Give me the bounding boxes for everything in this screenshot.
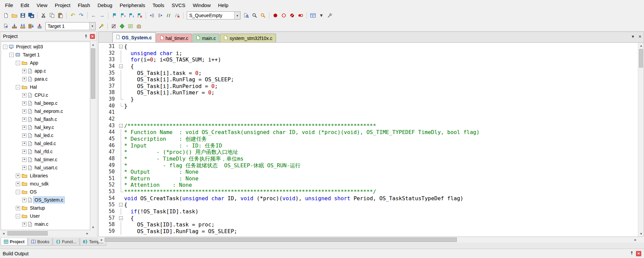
menu-edit[interactable]: Edit (17, 1, 33, 10)
expander-expand-icon[interactable]: + (22, 69, 26, 73)
expander-collapse-icon[interactable]: - (16, 214, 20, 218)
menu-project[interactable]: Project (51, 1, 74, 10)
cut-icon[interactable] (40, 11, 48, 19)
menu-flash[interactable]: Flash (74, 1, 94, 10)
tree-item-hal-rfd-c[interactable]: +hal_rfd.c (1, 147, 90, 156)
fold-collapse-icon[interactable]: - (118, 43, 124, 50)
scroll-right-icon[interactable]: ► (85, 230, 90, 236)
find-in-files-icon[interactable] (251, 11, 259, 19)
expander-expand-icon[interactable]: + (16, 206, 20, 210)
window-layout-dropdown-icon[interactable]: ▾ (317, 11, 325, 19)
uncomment-selection-icon[interactable] (173, 11, 181, 19)
panel-tab-books[interactable]: Books (28, 238, 52, 246)
dropdown-arrow-icon[interactable]: ▾ (89, 23, 95, 30)
code-editor[interactable]: 31-{32 unsigned char i;33 for(i=0; i<OS_… (99, 43, 638, 236)
navigate-back-icon[interactable]: ← (90, 11, 98, 19)
expander-expand-icon[interactable]: + (22, 133, 26, 138)
bookmark-prev-icon[interactable] (119, 11, 127, 19)
scroll-down-icon[interactable]: ▼ (638, 231, 644, 236)
flash-download-icon[interactable] (110, 22, 118, 30)
expander-expand-icon[interactable]: + (22, 141, 26, 146)
menu-view[interactable]: View (33, 1, 51, 10)
tab-hal-timer-c[interactable]: hal_timer.c (156, 34, 192, 42)
close-file-icon[interactable]: ✕ (638, 34, 642, 39)
menu-file[interactable]: File (1, 1, 17, 10)
window-layout-icon[interactable] (309, 11, 317, 19)
tab-os-system-c[interactable]: OS_System.c (112, 32, 156, 42)
tree-item-app-c[interactable]: +app.c (1, 67, 90, 75)
paste-icon[interactable] (56, 11, 64, 19)
enable-disable-breakpoint-icon[interactable] (280, 11, 288, 19)
expander-expand-icon[interactable]: + (22, 109, 26, 114)
kill-all-breakpoints-icon[interactable] (288, 11, 296, 19)
expander-expand-icon[interactable]: + (16, 182, 20, 186)
menu-debug[interactable]: Debug (94, 1, 116, 10)
scroll-down-icon[interactable]: ▼ (90, 224, 96, 230)
indent-icon[interactable] (156, 11, 164, 19)
undo-icon[interactable]: ↶ (69, 11, 77, 19)
configure-icon[interactable] (326, 11, 334, 19)
editor-vscrollbar[interactable]: ▲ ▼ (638, 43, 644, 236)
build-icon[interactable] (10, 22, 18, 30)
scroll-up-icon[interactable]: ▲ (638, 43, 644, 48)
tree-item-os[interactable]: -OS (1, 188, 90, 196)
tree-item-libraries[interactable]: +Libraries (1, 172, 90, 180)
tree-item-hal-flash-c[interactable]: +hal_flash.c (1, 115, 90, 123)
file-list-dropdown-icon[interactable]: ▼ (631, 34, 635, 39)
expander-collapse-icon[interactable]: - (16, 85, 20, 89)
insert-breakpoint-icon[interactable] (271, 11, 279, 19)
expander-expand-icon[interactable]: + (22, 198, 26, 202)
menu-peripherals[interactable]: Peripherals (116, 1, 149, 10)
tree-item-app[interactable]: -App (1, 59, 90, 67)
dropdown-arrow-icon[interactable]: ▾ (234, 12, 240, 19)
project-hscrollbar[interactable]: ◄ ► (1, 230, 90, 236)
bookmark-toggle-icon[interactable] (110, 11, 118, 19)
tree-item-hal-eeprom-c[interactable]: +hal_eeprom.c (1, 107, 90, 115)
expander-collapse-icon[interactable]: - (3, 45, 7, 49)
unindent-icon[interactable] (148, 11, 156, 19)
expander-expand-icon[interactable]: + (22, 222, 26, 226)
bookmark-clear-all-icon[interactable] (136, 11, 144, 19)
close-output-icon[interactable]: ✕ (636, 251, 641, 256)
expander-expand-icon[interactable]: + (22, 101, 26, 105)
scroll-up-icon[interactable]: ▲ (90, 42, 96, 47)
scrollbar-thumb[interactable] (639, 49, 643, 68)
expander-expand-icon[interactable]: + (22, 77, 26, 81)
scrollbar-thumb[interactable] (105, 238, 457, 242)
panel-tab-funct[interactable]: {}Funct... (53, 238, 79, 246)
tree-item-cpu-c[interactable]: +CPU.c (1, 91, 90, 99)
bookmark-next-icon[interactable] (127, 11, 135, 19)
expander-expand-icon[interactable]: + (22, 93, 26, 97)
target-combo[interactable]: Target 1▾ (45, 22, 96, 30)
manage-rte-icon[interactable] (118, 22, 126, 30)
menu-tools[interactable]: Tools (149, 1, 168, 10)
expander-expand-icon[interactable]: + (22, 166, 26, 170)
expander-expand-icon[interactable]: + (22, 117, 26, 122)
pin-icon[interactable] (629, 251, 634, 256)
lookup-symbol-icon[interactable] (242, 11, 250, 19)
tree-item-user[interactable]: -User (1, 212, 90, 220)
project-vscrollbar[interactable]: ▲ ▼ (90, 42, 96, 230)
expander-expand-icon[interactable]: + (16, 174, 20, 178)
file-extensions-icon[interactable] (126, 22, 135, 30)
tree-item-hal-oled-c[interactable]: +hal_oled.c (1, 139, 90, 147)
tree-item-hal-beep-c[interactable]: +hal_beep.c (1, 99, 90, 107)
tree-item-hal-key-c[interactable]: +hal_key.c (1, 123, 90, 131)
navigate-forward-icon[interactable]: → (98, 11, 106, 19)
fold-collapse-icon[interactable]: - (118, 123, 124, 129)
scroll-left-icon[interactable]: ◄ (98, 237, 104, 243)
scroll-right-icon[interactable]: ► (633, 237, 638, 243)
tree-item-hal[interactable]: -Hal (1, 83, 90, 91)
new-file-icon[interactable] (2, 11, 10, 19)
disable-all-breakpoints-icon[interactable] (297, 11, 305, 19)
incremental-find-icon[interactable] (259, 11, 267, 19)
fold-collapse-icon[interactable]: - (118, 202, 124, 208)
scrollbar-thumb[interactable] (7, 231, 48, 235)
redo-icon[interactable]: ↷ (77, 11, 85, 19)
tree-item-target-1[interactable]: -Target 1 (1, 51, 90, 59)
expander-collapse-icon[interactable]: - (16, 190, 20, 194)
pin-icon[interactable] (83, 33, 89, 39)
open-file-icon[interactable] (10, 11, 18, 19)
menu-help[interactable]: Help (214, 1, 232, 10)
options-for-target-icon[interactable] (97, 22, 105, 30)
